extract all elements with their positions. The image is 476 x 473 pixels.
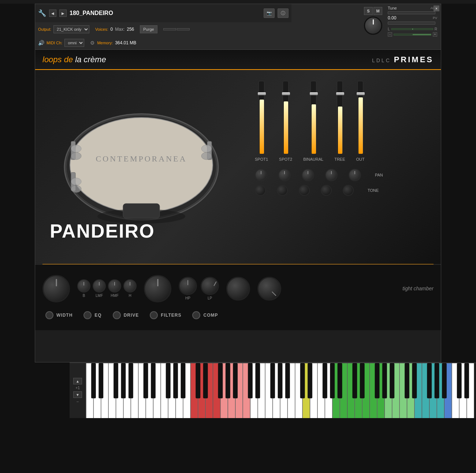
tone-knob-out[interactable]: [343, 185, 354, 196]
width-toggle[interactable]: [45, 311, 53, 319]
filters-toggle[interactable]: [150, 311, 158, 319]
tune-slider[interactable]: [388, 11, 435, 14]
svg-rect-96: [390, 363, 394, 398]
svg-rect-69: [114, 363, 118, 398]
next-button[interactable]: ▶: [59, 10, 67, 17]
fader-spot2[interactable]: SPOT2: [279, 81, 292, 161]
svg-rect-101: [442, 363, 446, 398]
tone-label: TONE: [368, 188, 379, 193]
b-knob[interactable]: [77, 279, 90, 293]
info-button[interactable]: ⓘ: [278, 8, 289, 18]
octave-value: +1: [75, 386, 79, 390]
piano-scroll-up[interactable]: ▲: [73, 378, 82, 384]
svg-point-10: [71, 185, 81, 193]
camera-button[interactable]: 📷: [264, 8, 275, 18]
purge-button[interactable]: Purge: [140, 25, 157, 33]
r-label: R: [435, 27, 437, 31]
instrument-title: PANDEIRO: [50, 220, 155, 242]
tone-knob-spot2[interactable]: [277, 185, 288, 196]
pan-knob-tree[interactable]: [325, 169, 338, 181]
b-label: B: [83, 294, 85, 298]
brand-left: loops de la crème: [42, 55, 106, 64]
lp-knob[interactable]: [201, 277, 219, 295]
width-knob[interactable]: [42, 275, 70, 302]
svg-text:CONTEMPORANEA: CONTEMPORANEA: [96, 154, 187, 163]
pan-knob-out[interactable]: [349, 169, 361, 181]
svg-rect-70: [121, 363, 126, 398]
svg-point-11: [201, 145, 212, 152]
svg-rect-78: [203, 363, 208, 398]
svg-rect-94: [375, 363, 379, 398]
voices-value: 0: [111, 27, 113, 32]
s-button[interactable]: S: [364, 7, 373, 15]
pandeiro-image: CONTEMPORANEA: [57, 108, 226, 226]
svg-rect-71: [129, 363, 133, 398]
pan-knob-binaural[interactable]: [302, 169, 314, 181]
tune-knob[interactable]: [364, 16, 382, 35]
filters-section-label: FILTERS: [161, 313, 181, 318]
h-knob[interactable]: [123, 279, 137, 293]
eq-toggle[interactable]: [83, 311, 92, 319]
m-button[interactable]: M: [373, 7, 382, 15]
second-slider[interactable]: [388, 22, 435, 25]
l-label: L: [388, 27, 390, 31]
memory-label: Memory:: [97, 41, 113, 45]
drive-toggle[interactable]: [113, 311, 121, 319]
comp-knob[interactable]: [226, 277, 250, 301]
memory-value: 364.01 MB: [115, 40, 136, 45]
fader-out[interactable]: OUT: [356, 81, 365, 161]
pan-label: PAN: [375, 173, 383, 177]
midi-select[interactable]: omni: [64, 39, 84, 47]
svg-rect-80: [226, 363, 230, 398]
h-label: H: [129, 294, 131, 298]
svg-point-8: [71, 152, 81, 160]
svg-rect-89: [323, 363, 327, 398]
tone-knob-spot1[interactable]: [255, 185, 266, 196]
pv-label: PV: [433, 16, 437, 20]
drive-knob[interactable]: [144, 275, 171, 302]
svg-rect-82: [248, 363, 252, 398]
svg-rect-90: [330, 363, 335, 398]
pan-knob-spot1[interactable]: [255, 169, 267, 181]
reverb-knob[interactable]: [257, 277, 281, 301]
svg-point-2: [70, 118, 213, 213]
comp-toggle[interactable]: [192, 311, 200, 319]
reverb-label: tight chamber: [402, 286, 434, 291]
hp-knob[interactable]: [179, 277, 197, 295]
svg-rect-75: [174, 363, 178, 398]
brand-right: LDLC PRIMES: [372, 55, 434, 64]
svg-rect-97: [405, 363, 409, 398]
max-label: Max:: [115, 27, 124, 32]
svg-rect-86: [285, 363, 290, 398]
svg-rect-14: [123, 204, 160, 218]
tone-knob-tree[interactable]: [321, 185, 332, 196]
minus-pan-btn[interactable]: -: [388, 32, 392, 37]
fader-binaural[interactable]: BINAURAL: [303, 81, 323, 161]
piano-scroll-down[interactable]: ▼: [73, 391, 82, 398]
svg-rect-77: [196, 363, 200, 398]
piano-keyboard[interactable]: [86, 363, 474, 418]
svg-rect-85: [278, 363, 282, 398]
hp-label: HP: [185, 296, 190, 300]
svg-rect-95: [382, 363, 387, 398]
fader-spot1[interactable]: SPOT1: [255, 81, 268, 161]
output-select[interactable]: 21_KICK only: [53, 25, 89, 33]
tune-label: Tune: [388, 6, 397, 10]
hmf-knob[interactable]: [108, 279, 121, 293]
prev-button[interactable]: ◀: [49, 10, 56, 17]
width-section-label: WIDTH: [56, 313, 72, 318]
tone-knob-binaural[interactable]: [299, 185, 310, 196]
svg-rect-91: [338, 363, 342, 398]
lmf-label: LMF: [96, 294, 103, 298]
plus-pan-btn[interactable]: +: [433, 32, 437, 37]
close-button[interactable]: ×: [434, 5, 439, 11]
svg-rect-68: [99, 363, 103, 398]
svg-rect-83: [256, 363, 260, 398]
memory-icon: ⚙: [90, 40, 95, 46]
svg-point-12: [201, 152, 212, 160]
svg-point-7: [71, 145, 81, 152]
fader-tree[interactable]: TREE: [334, 81, 345, 161]
pan-knob-spot2[interactable]: [278, 169, 291, 181]
lmf-knob[interactable]: [93, 279, 106, 293]
output-label: Output:: [38, 27, 51, 31]
